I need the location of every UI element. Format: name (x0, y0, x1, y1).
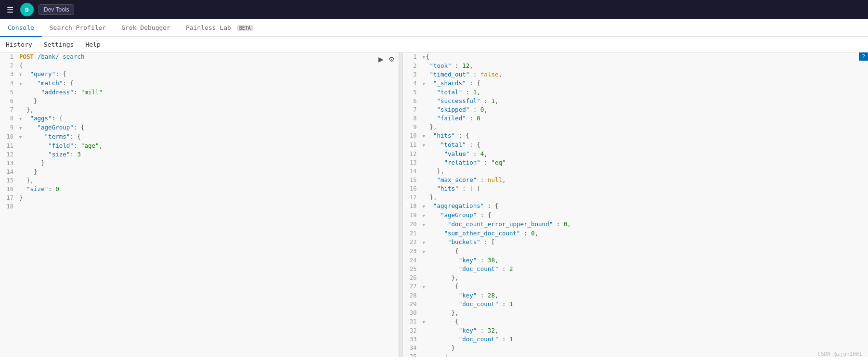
editor-container: 2 ▶ ⚙ 1 POST /bank/_search 2 { 3 ▼ "quer… (0, 52, 868, 357)
right-line-26: 26 }, (403, 273, 868, 282)
hamburger-icon: ☰ (7, 6, 13, 14)
left-line-13: 13 } (0, 159, 399, 168)
right-line-5: 5 "total" : 1, (403, 88, 868, 97)
right-line-23: 23 ▼ { (403, 247, 868, 256)
left-line-16: 16 "size": 0 (0, 185, 399, 193)
tab-console[interactable]: Console (0, 19, 42, 37)
tab-grok-debugger[interactable]: Grok Debugger (114, 19, 178, 37)
top-right-badge: 2 (859, 52, 868, 61)
left-line-17: 17 } (0, 193, 399, 202)
hamburger-button[interactable]: ☰ (5, 3, 15, 16)
left-line-6: 6 } (0, 97, 399, 105)
right-line-30: 30 }, (403, 309, 868, 317)
nav-history[interactable]: History (0, 39, 38, 50)
divider-handle[interactable]: ⋮ (399, 52, 403, 357)
left-line-2: 2 { (0, 61, 399, 70)
left-line-8: 8 ▼ "aggs": { (0, 114, 399, 123)
left-line-4: 4 ▼ "match": { (0, 79, 399, 88)
right-line-24: 24 "key" : 38, (403, 256, 868, 265)
left-toolbar: ▶ ⚙ (377, 54, 396, 64)
right-line-34: 34 } (403, 344, 868, 352)
right-line-6: 6 "successful" : 1, (403, 97, 868, 105)
right-line-28: 28 "key" : 28, (403, 291, 868, 300)
tab-painless-lab[interactable]: Painless Lab BETA (178, 19, 261, 37)
right-code-area[interactable]: 1 ▼{ 2 "took" : 12, 3 "timed_out" : fals… (403, 52, 868, 357)
secondary-nav: History Settings Help (0, 37, 868, 52)
right-line-22: 22 ▼ "buckets" : [ (403, 238, 868, 247)
left-line-14: 14 } (0, 168, 399, 176)
right-line-11: 11 ▼ "total" : { (403, 141, 868, 150)
left-line-15: 15 }, (0, 176, 399, 185)
right-line-1: 1 ▼{ (403, 52, 868, 62)
nav-help[interactable]: Help (79, 39, 106, 50)
left-line-11: 11 "field": "age", (0, 142, 399, 150)
right-line-7: 7 "skipped" : 0, (403, 105, 868, 114)
watermark: CSDN @zjun1001 (817, 351, 862, 357)
right-line-18: 18 ▼ "aggregations" : { (403, 202, 868, 211)
left-line-3: 3 ▼ "query": { (0, 70, 399, 79)
right-panel: 1 ▼{ 2 "took" : 12, 3 "timed_out" : fals… (403, 52, 868, 357)
left-code-area[interactable]: 1 POST /bank/_search 2 { 3 ▼ "query": { … (0, 52, 399, 357)
tab-bar: Console Search Profiler Grok Debugger Pa… (0, 19, 868, 37)
left-line-18: 18 (0, 202, 399, 211)
right-line-4: 4 ▼ "_shards" : { (403, 79, 868, 88)
right-line-32: 32 "key" : 32, (403, 326, 868, 335)
left-line-9: 9 ▼ "ageGroup": { (0, 123, 399, 132)
left-line-1: 1 POST /bank/_search (0, 52, 399, 61)
right-line-8: 8 "failed" : 0 (403, 114, 868, 123)
left-panel: ▶ ⚙ 1 POST /bank/_search 2 { 3 ▼ "query"… (0, 52, 399, 357)
beta-badge: BETA (237, 25, 253, 31)
left-line-10: 10 ▼ "terms": { (0, 132, 399, 142)
right-line-29: 29 "doc_count" : 1 (403, 300, 868, 309)
avatar: D (20, 3, 34, 16)
left-line-5: 5 "address": "mill" (0, 88, 399, 97)
right-line-31: 31 ▼ { (403, 317, 868, 326)
left-line-7: 7 }, (0, 105, 399, 114)
right-line-25: 25 "doc_count" : 2 (403, 265, 868, 273)
right-line-33: 33 "doc_count" : 1 (403, 335, 868, 344)
run-button[interactable]: ▶ (377, 54, 385, 64)
right-line-12: 12 "value" : 4, (403, 150, 868, 158)
right-line-10: 10 ▼ "hits" : { (403, 131, 868, 141)
right-line-9: 9 }, (403, 123, 868, 131)
wrench-button[interactable]: ⚙ (388, 54, 396, 64)
top-bar: ☰ D Dev Tools (0, 0, 868, 19)
right-line-2: 2 "took" : 12, (403, 62, 868, 70)
right-line-16: 16 "hits" : [ ] (403, 184, 868, 193)
nav-settings[interactable]: Settings (38, 39, 80, 50)
right-line-3: 3 "timed_out" : false, (403, 70, 868, 79)
right-line-17: 17 }, (403, 193, 868, 202)
tab-search-profiler[interactable]: Search Profiler (42, 19, 114, 37)
right-line-13: 13 "relation" : "eq" (403, 158, 868, 167)
dev-tools-button[interactable]: Dev Tools (39, 4, 74, 15)
right-line-15: 15 "max_score" : null, (403, 176, 868, 184)
right-line-21: 21 "sum_other_doc_count" : 0, (403, 229, 868, 238)
right-line-14: 14 }, (403, 167, 868, 176)
right-line-20: 20 ▼ "doc_count_error_upper_bound" : 0, (403, 220, 868, 229)
left-line-12: 12 "size": 3 (0, 150, 399, 159)
right-line-27: 27 ▼ { (403, 282, 868, 291)
right-line-35: 35 ] (403, 352, 868, 357)
right-line-19: 19 ▼ "ageGroup" : { (403, 211, 868, 220)
